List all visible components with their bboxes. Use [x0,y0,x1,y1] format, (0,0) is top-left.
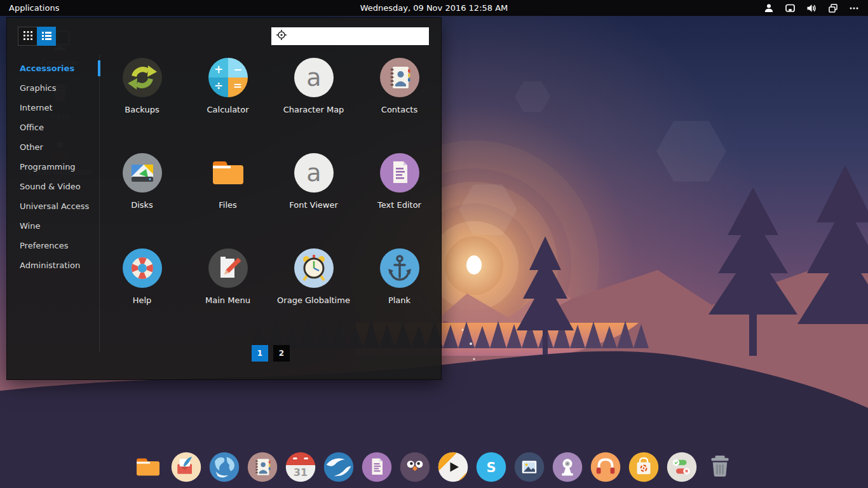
corebird-icon [400,452,430,482]
grid-view-button[interactable] [18,27,37,46]
app-main-menu[interactable]: Main Menu [185,247,271,342]
dock-mail[interactable] [171,452,201,482]
files-icon [208,152,248,193]
calculator-icon: + − ÷ = [208,57,248,98]
font-viewer-icon: a [294,152,334,193]
svg-text:+: + [214,63,222,76]
app-label: Contacts [381,105,417,114]
dock-software-center[interactable] [628,452,659,482]
app-plank[interactable]: Plank [356,247,442,342]
svg-text:31: 31 [294,466,308,478]
search-input[interactable] [292,27,429,45]
applications-menu-button[interactable]: Applications [0,0,68,16]
character-map-icon: a [294,57,334,98]
category-preferences[interactable]: Preferences [7,236,99,255]
dock-skype[interactable]: S [476,452,506,482]
app-orage-globaltime[interactable]: Orage Globaltime [271,247,356,342]
dock-corebird[interactable] [400,452,430,482]
photos-icon [514,452,545,482]
category-graphics[interactable]: Graphics [7,78,99,98]
category-internet[interactable]: Internet [7,98,99,118]
dock-photos[interactable] [514,452,545,482]
dock-calendar[interactable]: 31 [285,452,316,482]
app-label: Font Viewer [289,200,338,210]
svg-text:S: S [486,460,496,475]
clock-indicator[interactable]: Wednesday, 09 Nov 2016 12:58 AM [0,3,868,13]
category-administration[interactable]: Administration [7,255,99,275]
app-contacts[interactable]: Contacts [356,56,442,151]
app-help[interactable]: Help [99,247,185,342]
dock-documents[interactable] [362,452,392,482]
documents-icon [362,452,392,482]
dock-files[interactable] [133,452,163,482]
user-icon[interactable] [764,3,774,13]
app-label: Main Menu [205,295,250,305]
category-wine[interactable]: Wine [7,216,99,236]
app-label: Character Map [283,105,344,114]
page-1-button[interactable]: 1 [252,345,268,362]
search-icon [271,29,292,43]
contacts-icon [247,452,278,482]
app-calculator[interactable]: + − ÷ = Calculator [185,56,271,151]
app-label: Backups [125,105,159,114]
music-icon [590,452,621,482]
view-toggle-group [18,27,56,46]
plank-icon [379,248,420,288]
svg-text:=: = [233,79,241,92]
app-label: Text Editor [377,200,421,210]
category-sound-video[interactable]: Sound & Video [7,177,99,196]
app-label: Help [133,295,152,305]
category-accessories[interactable]: Accessories [7,58,99,78]
indicator-tray [764,3,868,13]
app-launcher: Accessories Graphics Internet Office Oth… [6,17,442,380]
web-browser-icon [209,452,240,482]
dock-web-browser[interactable] [209,452,240,482]
page-2-button[interactable]: 2 [273,345,290,362]
trash-icon [705,452,735,482]
windows-icon[interactable] [828,3,838,13]
dock-trash[interactable] [705,452,735,482]
app-label: Files [219,200,237,210]
category-programming[interactable]: Programming [7,157,99,177]
top-panel: Applications Wednesday, 09 Nov 2016 12:5… [0,0,868,16]
app-disks[interactable]: Disks [99,151,185,247]
app-character-map[interactable]: a Character Map [271,56,356,151]
category-universal-access[interactable]: Universal Access [7,196,99,216]
svg-text:a: a [306,159,321,187]
category-other[interactable]: Other [7,137,99,157]
app-label: Orage Globaltime [277,295,350,305]
svg-text:a: a [306,64,321,92]
grid-view-icon [24,30,32,43]
app-text-editor[interactable]: Text Editor [356,151,442,247]
volume-icon[interactable] [806,3,817,13]
dock-media-player[interactable] [438,452,468,482]
files-icon [133,452,163,482]
display-icon[interactable] [785,3,796,13]
svg-text:÷: ÷ [214,79,222,92]
camera-icon [552,452,583,482]
app-label: Disks [131,200,153,210]
dock-camera[interactable] [552,452,583,482]
google-earth-icon [323,452,354,482]
category-view-icon [42,30,51,43]
dock-settings[interactable] [667,452,697,482]
category-view-button[interactable] [37,27,56,46]
app-font-viewer[interactable]: a Font Viewer [271,151,356,247]
app-backups[interactable]: Backups [99,56,185,151]
dock: 31 [133,452,735,482]
dock-music[interactable] [590,452,621,482]
app-files[interactable]: Files [185,151,271,247]
media-player-icon [438,452,468,482]
svg-text:−: − [233,63,241,76]
app-grid: Backups + − ÷ = [99,56,442,342]
session-menu-icon[interactable] [849,3,859,13]
skype-icon: S [476,452,506,482]
settings-icon [667,452,697,482]
app-label: Calculator [207,105,248,114]
contacts-icon [379,57,420,98]
dock-google-earth[interactable] [323,452,354,482]
search-box [271,27,429,45]
category-office[interactable]: Office [7,118,99,137]
dock-contacts[interactable] [247,452,278,482]
app-label: Plank [388,295,410,305]
